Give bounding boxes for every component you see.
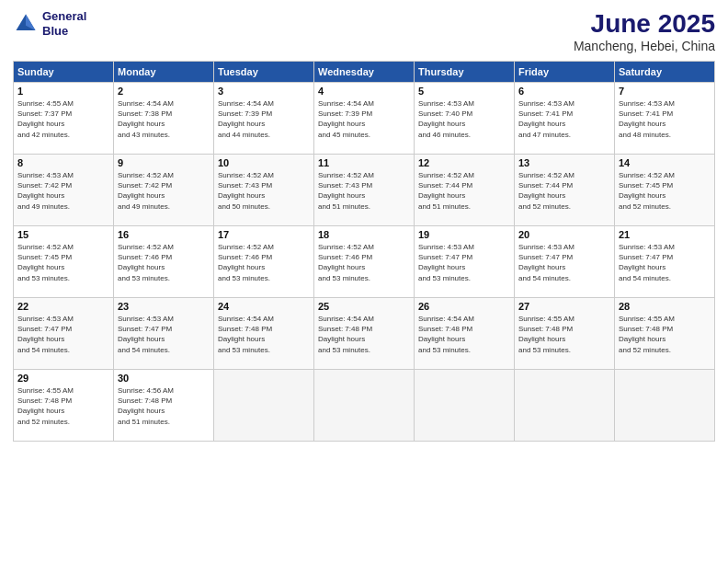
day-number: 19: [418, 229, 510, 240]
table-row: 21 Sunrise: 4:53 AMSunset: 7:47 PMDaylig…: [615, 226, 715, 298]
day-number: 1: [17, 86, 109, 97]
table-row: 18 Sunrise: 4:52 AMSunset: 7:46 PMDaylig…: [314, 226, 415, 298]
cell-content: Sunrise: 4:53 AMSunset: 7:47 PMDaylight …: [619, 242, 711, 283]
table-row: 9 Sunrise: 4:52 AMSunset: 7:42 PMDayligh…: [114, 155, 214, 226]
table-row: 16 Sunrise: 4:52 AMSunset: 7:46 PMDaylig…: [114, 226, 214, 298]
day-number: 13: [518, 157, 610, 168]
table-row: 6 Sunrise: 4:53 AMSunset: 7:41 PMDayligh…: [515, 83, 615, 155]
day-number: 23: [118, 301, 210, 312]
day-number: 3: [218, 86, 310, 97]
day-number: 12: [418, 157, 510, 168]
day-number: 10: [218, 157, 310, 168]
day-number: 14: [619, 157, 711, 168]
cell-content: Sunrise: 4:54 AMSunset: 7:48 PMDaylight …: [318, 314, 410, 355]
table-row: 23 Sunrise: 4:53 AMSunset: 7:47 PMDaylig…: [114, 298, 214, 370]
day-number: 27: [518, 301, 610, 312]
calendar-week-row: 22 Sunrise: 4:53 AMSunset: 7:47 PMDaylig…: [14, 298, 715, 370]
cell-content: Sunrise: 4:56 AMSunset: 7:48 PMDaylight …: [118, 385, 210, 427]
table-row: 2 Sunrise: 4:54 AMSunset: 7:38 PMDayligh…: [114, 83, 214, 155]
cell-content: Sunrise: 4:53 AMSunset: 7:47 PMDaylight …: [17, 314, 109, 355]
day-number: 25: [318, 301, 410, 312]
day-number: 30: [118, 373, 210, 384]
cell-content: Sunrise: 4:52 AMSunset: 7:45 PMDaylight …: [17, 242, 109, 283]
day-number: 8: [17, 157, 109, 168]
table-row: 28 Sunrise: 4:55 AMSunset: 7:48 PMDaylig…: [615, 298, 715, 370]
calendar-title: June 2025: [574, 9, 715, 39]
day-number: 2: [118, 86, 210, 97]
cell-content: Sunrise: 4:54 AMSunset: 7:39 PMDaylight …: [218, 98, 310, 140]
cell-content: Sunrise: 4:54 AMSunset: 7:39 PMDaylight …: [318, 98, 410, 140]
cell-content: Sunrise: 4:52 AMSunset: 7:43 PMDaylight …: [218, 170, 310, 212]
title-block: June 2025 Mancheng, Hebei, China: [574, 9, 715, 53]
table-row: [415, 370, 515, 442]
weekday-header-row: Sunday Monday Tuesday Wednesday Thursday…: [14, 62, 715, 83]
header-monday: Monday: [114, 62, 214, 83]
table-row: 17 Sunrise: 4:52 AMSunset: 7:46 PMDaylig…: [214, 226, 314, 298]
cell-content: Sunrise: 4:52 AMSunset: 7:45 PMDaylight …: [619, 170, 711, 212]
table-row: 15 Sunrise: 4:52 AMSunset: 7:45 PMDaylig…: [14, 226, 114, 298]
cell-content: Sunrise: 4:53 AMSunset: 7:41 PMDaylight …: [518, 98, 610, 140]
cell-content: Sunrise: 4:55 AMSunset: 7:48 PMDaylight …: [619, 314, 711, 355]
cell-content: Sunrise: 4:52 AMSunset: 7:42 PMDaylight …: [118, 170, 210, 212]
day-number: 18: [318, 229, 410, 240]
table-row: [314, 370, 415, 442]
page: General Blue June 2025 Mancheng, Hebei, …: [0, 0, 728, 563]
calendar-subtitle: Mancheng, Hebei, China: [574, 39, 715, 53]
cell-content: Sunrise: 4:52 AMSunset: 7:46 PMDaylight …: [218, 242, 310, 283]
calendar-week-row: 29 Sunrise: 4:55 AMSunset: 7:48 PMDaylig…: [14, 370, 715, 442]
day-number: 20: [518, 229, 610, 240]
table-row: 20 Sunrise: 4:53 AMSunset: 7:47 PMDaylig…: [515, 226, 615, 298]
logo-line1: General: [42, 9, 86, 24]
day-number: 4: [318, 86, 410, 97]
table-row: 13 Sunrise: 4:52 AMSunset: 7:44 PMDaylig…: [515, 155, 615, 226]
logo: General Blue: [13, 9, 86, 38]
table-row: [515, 370, 615, 442]
cell-content: Sunrise: 4:55 AMSunset: 7:37 PMDaylight …: [17, 98, 109, 140]
table-row: 19 Sunrise: 4:53 AMSunset: 7:47 PMDaylig…: [415, 226, 515, 298]
header-friday: Friday: [515, 62, 615, 83]
table-row: 26 Sunrise: 4:54 AMSunset: 7:48 PMDaylig…: [415, 298, 515, 370]
table-row: 25 Sunrise: 4:54 AMSunset: 7:48 PMDaylig…: [314, 298, 415, 370]
table-row: 10 Sunrise: 4:52 AMSunset: 7:43 PMDaylig…: [214, 155, 314, 226]
header-saturday: Saturday: [615, 62, 715, 83]
day-number: 22: [17, 301, 109, 312]
day-number: 15: [17, 229, 109, 240]
calendar-week-row: 1 Sunrise: 4:55 AMSunset: 7:37 PMDayligh…: [14, 83, 715, 155]
day-number: 11: [318, 157, 410, 168]
logo-text: General Blue: [42, 9, 86, 38]
cell-content: Sunrise: 4:53 AMSunset: 7:47 PMDaylight …: [418, 242, 510, 283]
table-row: [214, 370, 314, 442]
table-row: 5 Sunrise: 4:53 AMSunset: 7:40 PMDayligh…: [415, 83, 515, 155]
cell-content: Sunrise: 4:52 AMSunset: 7:44 PMDaylight …: [518, 170, 610, 212]
calendar-week-row: 8 Sunrise: 4:53 AMSunset: 7:42 PMDayligh…: [14, 155, 715, 226]
day-number: 9: [118, 157, 210, 168]
cell-content: Sunrise: 4:53 AMSunset: 7:47 PMDaylight …: [118, 314, 210, 355]
cell-content: Sunrise: 4:52 AMSunset: 7:44 PMDaylight …: [418, 170, 510, 212]
day-number: 17: [218, 229, 310, 240]
cell-content: Sunrise: 4:53 AMSunset: 7:47 PMDaylight …: [518, 242, 610, 283]
cell-content: Sunrise: 4:54 AMSunset: 7:48 PMDaylight …: [218, 314, 310, 355]
cell-content: Sunrise: 4:53 AMSunset: 7:41 PMDaylight …: [619, 98, 711, 140]
header-tuesday: Tuesday: [214, 62, 314, 83]
calendar-table: Sunday Monday Tuesday Wednesday Thursday…: [13, 61, 715, 442]
cell-content: Sunrise: 4:53 AMSunset: 7:42 PMDaylight …: [17, 170, 109, 212]
table-row: 14 Sunrise: 4:52 AMSunset: 7:45 PMDaylig…: [615, 155, 715, 226]
table-row: 1 Sunrise: 4:55 AMSunset: 7:37 PMDayligh…: [14, 83, 114, 155]
table-row: 11 Sunrise: 4:52 AMSunset: 7:43 PMDaylig…: [314, 155, 415, 226]
table-row: 8 Sunrise: 4:53 AMSunset: 7:42 PMDayligh…: [14, 155, 114, 226]
logo-icon: [13, 11, 39, 37]
day-number: 29: [17, 373, 109, 384]
cell-content: Sunrise: 4:52 AMSunset: 7:46 PMDaylight …: [118, 242, 210, 283]
cell-content: Sunrise: 4:55 AMSunset: 7:48 PMDaylight …: [518, 314, 610, 355]
table-row: 22 Sunrise: 4:53 AMSunset: 7:47 PMDaylig…: [14, 298, 114, 370]
table-row: [615, 370, 715, 442]
cell-content: Sunrise: 4:53 AMSunset: 7:40 PMDaylight …: [418, 98, 510, 140]
table-row: 12 Sunrise: 4:52 AMSunset: 7:44 PMDaylig…: [415, 155, 515, 226]
header-wednesday: Wednesday: [314, 62, 415, 83]
day-number: 28: [619, 301, 711, 312]
table-row: 3 Sunrise: 4:54 AMSunset: 7:39 PMDayligh…: [214, 83, 314, 155]
day-number: 24: [218, 301, 310, 312]
day-number: 26: [418, 301, 510, 312]
table-row: 27 Sunrise: 4:55 AMSunset: 7:48 PMDaylig…: [515, 298, 615, 370]
header-sunday: Sunday: [14, 62, 114, 83]
